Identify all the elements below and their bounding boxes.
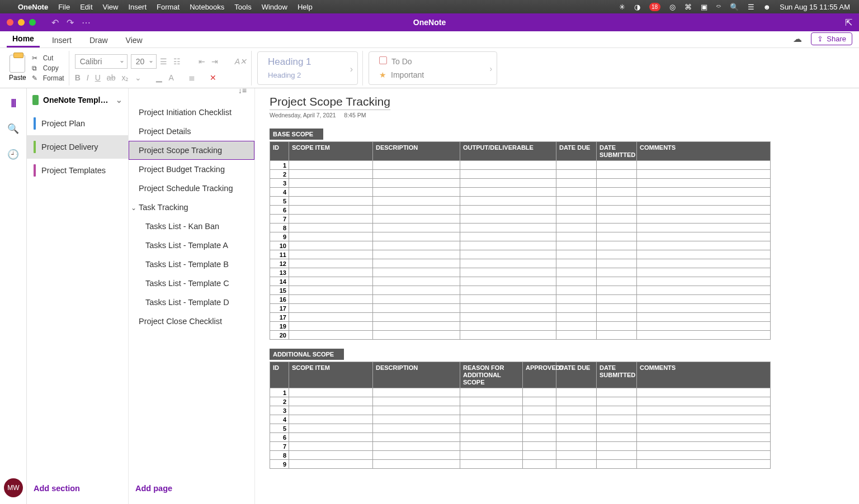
menu-format[interactable]: Format (157, 3, 180, 11)
titlebar-expand-icon[interactable]: ⇱ (845, 17, 852, 28)
status-bluetooth-icon[interactable]: ⌘ (685, 3, 692, 11)
status-control-center-icon[interactable]: ☰ (748, 3, 754, 11)
table-row[interactable]: 15 (270, 286, 771, 295)
tab-insert[interactable]: Insert (46, 32, 77, 47)
note-canvas[interactable]: ◦ Project Scope Tracking Wednesday, Apri… (255, 88, 859, 504)
status-notification-badge[interactable]: 18 (649, 3, 660, 11)
table-row[interactable]: 14 (270, 277, 771, 286)
qat-more-icon[interactable]: ⋯ (82, 17, 91, 28)
status-search-icon[interactable]: 🔍 (730, 3, 739, 11)
delete-icon[interactable]: ✕ (210, 73, 216, 82)
subscript-button[interactable]: x₂ (121, 73, 129, 82)
align-button[interactable]: ≣ (188, 73, 195, 82)
styles-gallery[interactable]: Heading 1 Heading 2 › (257, 51, 358, 85)
font-size-select[interactable]: 20 (131, 54, 157, 69)
page-item[interactable]: Project Scope Tracking (129, 141, 254, 160)
menu-help[interactable]: Help (298, 3, 313, 11)
underline-button[interactable]: U (95, 73, 101, 82)
menu-insert[interactable]: Insert (128, 3, 147, 11)
menu-notebooks[interactable]: Notebooks (190, 3, 224, 11)
table-row[interactable]: 20 (270, 331, 771, 340)
table-row[interactable]: 3 (270, 179, 771, 188)
indent-icon[interactable]: ⇥ (211, 57, 218, 66)
page-item[interactable]: Project Schedule Tracking (129, 179, 254, 198)
status-record-icon[interactable]: ◎ (669, 3, 676, 11)
section-item-project-plan[interactable]: Project Plan (27, 112, 128, 135)
italic-button[interactable]: I (87, 73, 89, 82)
table-row[interactable]: 2 (270, 397, 771, 406)
strikethrough-button[interactable]: ab (107, 73, 116, 82)
window-zoom-icon[interactable] (29, 19, 36, 26)
qat-undo-icon[interactable]: ↶ (51, 17, 59, 28)
page-item[interactable]: Project Close Checklist (129, 312, 254, 331)
table-row[interactable]: 5 (270, 424, 771, 433)
section-item-project-templates[interactable]: Project Templates (27, 159, 128, 182)
sort-pages-button[interactable]: ↓≡ (129, 86, 254, 95)
notebooks-icon[interactable]: ||| (7, 97, 20, 108)
table-row[interactable]: 7 (270, 215, 771, 224)
qat-redo-icon[interactable]: ↷ (67, 17, 74, 28)
paste-button[interactable]: Paste (9, 55, 26, 82)
recent-icon[interactable]: 🕘 (7, 149, 20, 160)
cut-button[interactable]: ✂︎Cut (32, 54, 64, 62)
table-row[interactable]: 17 (270, 304, 771, 313)
add-section-button[interactable]: Add section (27, 475, 128, 504)
table-row[interactable]: 4 (270, 188, 771, 197)
table-row[interactable]: 17 (270, 313, 771, 322)
table-row[interactable]: 9 (270, 460, 771, 469)
notebook-picker[interactable]: OneNote Template for Project Management … (27, 88, 128, 112)
style-heading2[interactable]: Heading 2 (268, 71, 339, 79)
table-row[interactable]: 8 (270, 224, 771, 232)
highlight-button[interactable]: ▁ (156, 73, 162, 82)
status-battery-icon[interactable]: ▣ (701, 3, 707, 11)
table-row[interactable]: 7 (270, 442, 771, 451)
table-row[interactable]: 4 (270, 415, 771, 424)
table-row[interactable]: 11 (270, 250, 771, 259)
bullets-icon[interactable]: ☰ (160, 57, 167, 66)
page-item[interactable]: Tasks List - Template D (129, 293, 254, 312)
bold-button[interactable]: B (75, 73, 81, 82)
sync-icon[interactable]: ☁ (793, 34, 802, 44)
menu-file[interactable]: File (58, 3, 70, 11)
page-item[interactable]: Tasks List - Template B (129, 255, 254, 274)
status-weather-icon[interactable]: ◑ (634, 3, 640, 11)
page-item[interactable]: Tasks List - Template C (129, 274, 254, 293)
clear-format-icon[interactable]: A✕ (235, 57, 247, 66)
page-item[interactable]: Task Tracking (129, 198, 254, 217)
menu-window[interactable]: Window (262, 3, 287, 11)
tag-important[interactable]: ★Important (379, 70, 479, 79)
window-minimize-icon[interactable] (18, 19, 25, 26)
note-title[interactable]: Project Scope Tracking (270, 95, 390, 110)
page-item[interactable]: Tasks List - Template A (129, 236, 254, 255)
table-row[interactable]: 19 (270, 322, 771, 331)
status-gear-icon[interactable]: ✳︎ (619, 3, 625, 11)
tab-view[interactable]: View (120, 32, 148, 47)
format-painter-button[interactable]: ✎Format (32, 74, 64, 82)
window-close-icon[interactable] (7, 19, 13, 26)
table-row[interactable]: 13 (270, 268, 771, 277)
tag-todo[interactable]: To Do (379, 56, 479, 66)
table-row[interactable]: 2 (270, 170, 771, 179)
font-name-select[interactable]: Calibri (75, 54, 128, 69)
tab-draw[interactable]: Draw (84, 32, 114, 47)
table-row[interactable]: 10 (270, 241, 771, 250)
outdent-icon[interactable]: ⇤ (199, 57, 205, 66)
table-row[interactable]: 6 (270, 206, 771, 215)
status-user-icon[interactable]: ☻ (763, 3, 771, 11)
menu-view[interactable]: View (103, 3, 119, 11)
share-button[interactable]: ⇪ Share (811, 32, 852, 45)
page-item[interactable]: Project Initiation Checklist (129, 103, 254, 122)
section-item-project-delivery[interactable]: Project Delivery (27, 135, 128, 159)
table-row[interactable]: 6 (270, 433, 771, 442)
status-wifi-icon[interactable]: ⌔ (716, 3, 721, 11)
menu-tools[interactable]: Tools (234, 3, 251, 11)
base-scope-table[interactable]: IDSCOPE ITEMDESCRIPTIONOUTPUT/DELIVERABL… (270, 141, 771, 340)
page-item[interactable]: Project Details (129, 122, 254, 141)
tab-home[interactable]: Home (7, 31, 40, 47)
table-row[interactable]: 16 (270, 295, 771, 304)
table-row[interactable]: 1 (270, 161, 771, 170)
table-row[interactable]: 1 (270, 388, 771, 397)
table-row[interactable]: 12 (270, 259, 771, 268)
table-row[interactable]: 5 (270, 197, 771, 206)
window-traffic-lights[interactable] (7, 19, 36, 26)
